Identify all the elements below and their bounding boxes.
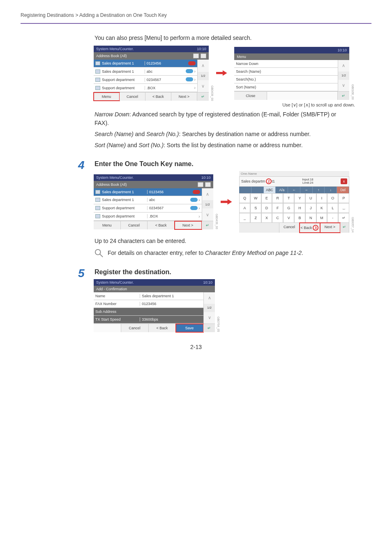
status-pill	[188, 61, 196, 65]
addr-row[interactable]: Sales department 1 0123456	[94, 60, 197, 67]
step-title: Enter the One Touch Key name.	[95, 160, 349, 168]
addr-row[interactable]: Sales department 1 0123456	[94, 188, 202, 196]
kbd-next-button[interactable]: Next >	[320, 223, 340, 233]
back-button[interactable]: < Back	[148, 221, 175, 229]
scroll-down-button[interactable]: ∨	[197, 80, 209, 92]
key-B[interactable]: B	[294, 213, 305, 223]
confirmation-panel: System Menu/Counter. 10:10 Add - Confirm…	[94, 279, 215, 332]
addr-row[interactable]: Support department .BOX ›	[94, 84, 197, 92]
search-icon[interactable]	[205, 182, 211, 187]
scroll-down-button[interactable]: ∨	[202, 208, 213, 221]
search-icon[interactable]	[201, 53, 206, 58]
key-J[interactable]: J	[305, 203, 316, 213]
key-V[interactable]: V	[283, 213, 294, 223]
key-N[interactable]: N	[305, 213, 316, 223]
key-A[interactable]: A	[239, 203, 250, 213]
cancel-button[interactable]: Cancel	[121, 324, 149, 332]
panel-code: GB0439_00	[211, 86, 214, 101]
close-button[interactable]: Close	[234, 92, 267, 100]
panel-title: System Menu/Counter.	[96, 280, 134, 284]
key-Z[interactable]: Z	[250, 213, 261, 223]
menu-item[interactable]: Search (Name)	[234, 68, 338, 76]
scroll-up-button[interactable]: ∧	[197, 60, 209, 72]
scroll-up-button[interactable]: ∧	[202, 188, 213, 201]
key-X[interactable]: X	[261, 213, 272, 223]
status-pill	[186, 69, 193, 73]
next-button[interactable]: Next >	[171, 92, 197, 101]
kbd-mode-↑[interactable]: ↑	[313, 187, 325, 193]
scroll-down-button[interactable]: ∨	[338, 80, 349, 91]
chevron-right-icon[interactable]: ›	[194, 69, 195, 74]
key-P[interactable]: P	[338, 193, 349, 203]
kbd-mode-→[interactable]: →	[300, 187, 313, 193]
cancel-button[interactable]: Cancel	[121, 221, 148, 229]
scroll-up-button[interactable]: ∧	[203, 292, 215, 304]
addr-row[interactable]: Sales department 1 abc ›	[94, 196, 202, 204]
kbd-mode-A/a[interactable]: A/a	[276, 187, 288, 193]
cancel-button[interactable]: Cancel	[120, 92, 145, 101]
kbd-mode-blank[interactable]	[239, 187, 251, 193]
save-button[interactable]: Save	[176, 324, 203, 332]
chevron-right-icon[interactable]: ›	[194, 77, 195, 82]
key-W[interactable]: W	[250, 193, 261, 203]
key-U[interactable]: U	[305, 193, 316, 203]
close-icon[interactable]: x	[341, 178, 347, 184]
confirm-row: FAX Number0123456	[94, 300, 203, 308]
next-button[interactable]: Next >	[175, 221, 202, 229]
key-R[interactable]: R	[272, 193, 283, 203]
svg-marker-0	[216, 70, 227, 76]
page-indicator: 1/2	[203, 304, 215, 312]
back-button[interactable]: < Back	[149, 324, 176, 332]
key-_[interactable]: _	[239, 213, 250, 223]
menu-button[interactable]: Menu	[94, 92, 120, 101]
kbd-back-button[interactable]: < Back3	[300, 223, 320, 233]
svg-point-2	[95, 249, 101, 254]
key-C[interactable]: C	[272, 213, 283, 223]
kbd-mode-ABC[interactable]: ABC	[264, 187, 276, 193]
key-O[interactable]: O	[327, 193, 338, 203]
enter-button[interactable]: ↵	[203, 324, 215, 332]
addr-row[interactable]: Support department .BOX ›	[94, 213, 202, 221]
addr-row[interactable]: Support department 0234567 ›	[94, 76, 197, 84]
key--[interactable]: -	[327, 213, 338, 223]
key-E[interactable]: E	[261, 193, 272, 203]
dest-icon	[95, 78, 100, 82]
key-⎵[interactable]: ⎵	[338, 203, 349, 213]
enter-button[interactable]: ↵	[202, 221, 213, 229]
key-T[interactable]: T	[283, 193, 294, 203]
kbd-mode-Del[interactable]: Del	[337, 187, 349, 193]
svg-marker-1	[221, 199, 232, 205]
menu-item[interactable]: Search(No.)	[234, 76, 338, 83]
sort-icon[interactable]	[198, 182, 203, 187]
key-K[interactable]: K	[316, 203, 327, 213]
scroll-down-button[interactable]: ∨	[203, 312, 215, 324]
kbd-enter-button[interactable]: ↵	[340, 223, 349, 233]
key-Y[interactable]: Y	[294, 193, 305, 203]
back-button[interactable]: < Back	[145, 92, 171, 101]
enter-button[interactable]: ↵	[338, 92, 349, 100]
key-G[interactable]: G	[283, 203, 294, 213]
key-M[interactable]: M	[316, 213, 327, 223]
kbd-mode-↓[interactable]: ↓	[325, 187, 337, 193]
menu-button[interactable]: Menu	[94, 221, 121, 229]
addr-row[interactable]: Sales department 1 abc ›	[94, 67, 197, 76]
key-↵[interactable]: ↵	[338, 213, 349, 223]
key-H[interactable]: H	[294, 203, 305, 213]
kbd-cancel-button[interactable]: Cancel	[279, 223, 300, 233]
menu-item[interactable]: Sort (Name)	[234, 83, 338, 91]
sort-icon[interactable]	[193, 53, 199, 58]
scroll-up-button[interactable]: ∧	[338, 60, 349, 72]
kbd-mode-blank[interactable]	[251, 187, 264, 193]
key-D[interactable]: D	[261, 203, 272, 213]
key-Q[interactable]: Q	[239, 193, 250, 203]
key-I[interactable]: I	[316, 193, 327, 203]
menu-item[interactable]: Narrow Down	[234, 60, 338, 68]
enter-button[interactable]: ↵	[197, 92, 209, 101]
key-L[interactable]: L	[327, 203, 338, 213]
kbd-mode-←[interactable]: ←	[288, 187, 300, 193]
key-F[interactable]: F	[272, 203, 283, 213]
addr-row[interactable]: Support department 0234567 ›	[94, 204, 202, 213]
key-S[interactable]: S	[250, 203, 261, 213]
chevron-right-icon[interactable]: ›	[194, 86, 195, 90]
dest-icon	[95, 69, 100, 74]
